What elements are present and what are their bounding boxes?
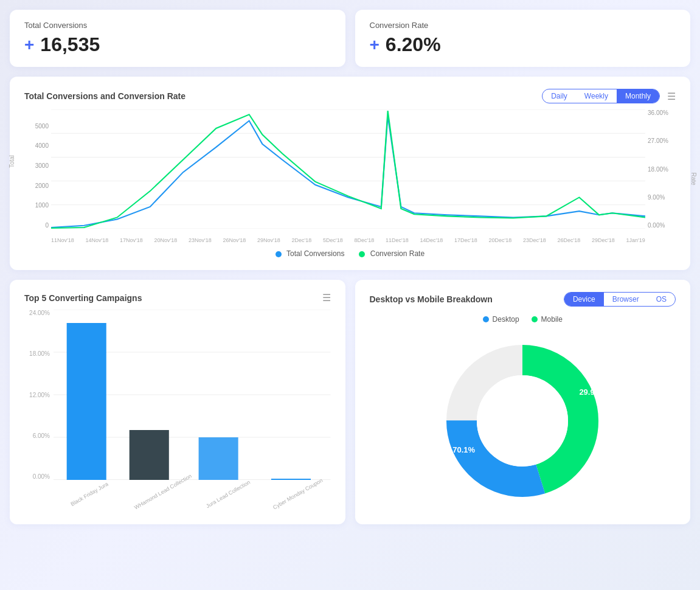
conversion-rate-card: Conversion Rate + 6.20% [355,10,691,67]
bar-chart-x-labels: Black Friday Jura WHamond Lead Collectio… [54,480,331,498]
main-chart-card: Total Conversions and Conversion Rate Da… [10,77,690,270]
main-chart-legend: Total Conversions Conversion Rate [24,249,676,258]
svg-rect-11 [67,323,106,480]
mobile-legend-label: Mobile [541,315,563,324]
daily-button[interactable]: Daily [542,89,576,103]
conversion-rate-value: 6.20% [386,33,441,56]
weekly-button[interactable]: Weekly [576,89,617,103]
desktop-percentage-label: 29.9% [579,387,601,397]
bar-chart-title: Top 5 Converting Campaigns [24,293,142,303]
donut-chart-buttons: Device Browser OS [564,292,676,307]
svg-rect-13 [199,437,238,480]
mobile-legend-item: Mobile [532,315,563,324]
svg-point-18 [477,375,568,467]
bar-chart-bars [54,310,331,480]
donut-svg-area: 70.1% 29.9% [431,330,614,512]
main-chart-x-labels: 11Nov'18 14Nov'18 17Nov'18 20Nov'18 23No… [51,230,645,243]
mobile-legend-dot [532,316,538,322]
device-button[interactable]: Device [564,293,604,306]
total-conversions-card: Total Conversions + 16,535 [10,10,345,67]
mobile-percentage-label: 70.1% [452,445,475,454]
donut-chart-title: Desktop vs Mobile Breakdown [370,294,493,304]
main-chart-area: Total 5000 4000 3000 2000 1000 0 36.00% … [24,109,676,243]
total-conversions-legend: Total Conversions [275,249,345,258]
conversion-rate-legend-dot [359,251,365,257]
conversion-rate-icon: + [370,36,379,54]
main-chart-y-left: Total 5000 4000 3000 2000 1000 0 [24,109,51,229]
desktop-legend-label: Desktop [493,315,519,324]
total-conversions-legend-dot [275,251,282,257]
main-chart-title: Total Conversions and Conversion Rate [24,91,185,101]
main-chart-timeframe-buttons: Daily Weekly Monthly [542,89,660,103]
browser-button[interactable]: Browser [604,293,648,306]
os-button[interactable]: OS [648,293,675,306]
total-conversions-value: 16,535 [40,33,100,56]
donut-legend: Desktop Mobile [483,315,563,324]
main-chart-y-right: 36.00% 27.00% 18.00% 9.00% 0.00% Rate [645,109,676,229]
bar-label-4: Cyber Monday Coupon [268,489,324,498]
conversion-rate-legend: Conversion Rate [359,249,425,258]
bar-label-2: WHamond Lead Collection [130,489,185,498]
bar-label-1: Black Friday Jura [60,489,116,498]
monthly-button[interactable]: Monthly [617,89,659,103]
total-conversions-icon: + [24,36,34,54]
bar-chart-card: Top 5 Converting Campaigns ☰ 24.00% 18.0… [10,280,345,524]
desktop-legend-dot [483,316,489,322]
main-chart-menu-icon[interactable]: ☰ [667,91,676,102]
donut-chart-card: Desktop vs Mobile Breakdown Device Brows… [355,280,691,524]
bar-chart-menu-icon[interactable]: ☰ [322,292,331,304]
total-conversions-label: Total Conversions [24,21,331,30]
conversion-rate-label: Conversion Rate [370,21,676,30]
svg-rect-12 [130,430,169,480]
bar-chart-area: 24.00% 18.00% 12.00% 6.00% 0.00% [24,310,331,498]
donut-chart-wrap: Desktop Mobile [370,309,676,512]
bar-chart-y-axis: 24.00% 18.00% 12.00% 6.00% 0.00% [24,310,54,480]
main-chart-svg-area [51,109,645,229]
desktop-legend-item: Desktop [483,315,519,324]
bar-label-3: Jura Lead Collection [199,489,254,498]
